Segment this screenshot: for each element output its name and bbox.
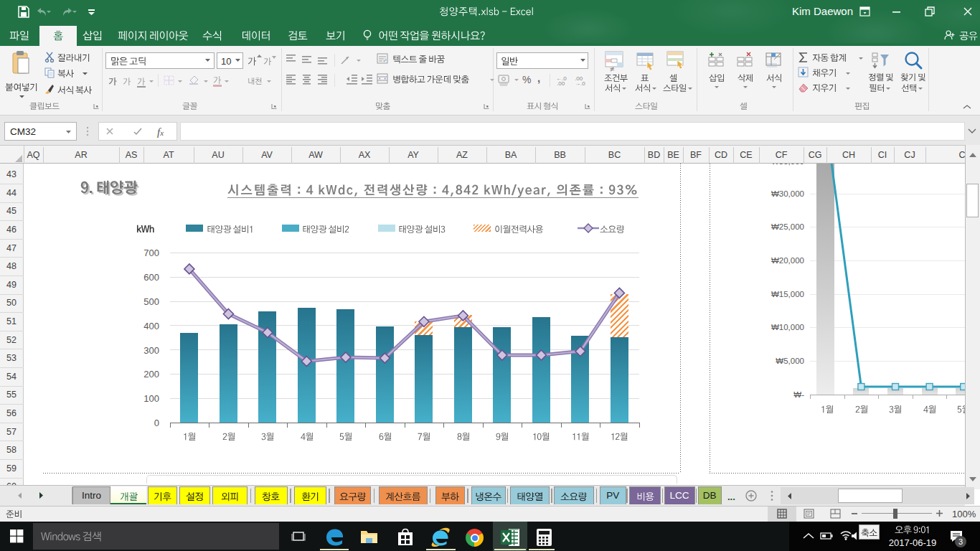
svg-text:≠: ≠ <box>610 65 614 73</box>
svg-text:.00: .00 <box>557 80 565 87</box>
svg-text:→.0: →.0 <box>575 80 585 87</box>
